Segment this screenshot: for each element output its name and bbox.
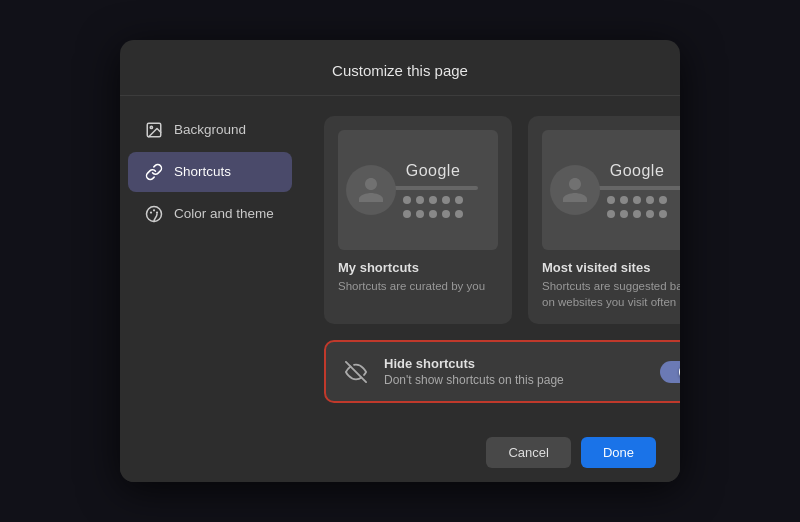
dot xyxy=(620,210,628,218)
dot xyxy=(455,196,463,204)
dot xyxy=(633,196,641,204)
dialog-body: Background Shortcuts xyxy=(120,96,680,423)
svg-point-4 xyxy=(153,209,155,211)
dot xyxy=(646,210,654,218)
option-label-my-shortcuts: My shortcuts xyxy=(338,260,498,275)
sidebar-item-shortcuts[interactable]: Shortcuts xyxy=(128,152,292,192)
dot xyxy=(607,196,615,204)
hide-shortcuts-description: Don't show shortcuts on this page xyxy=(384,373,646,387)
svg-point-1 xyxy=(150,126,152,128)
option-card-my-shortcuts[interactable]: Google xyxy=(324,116,512,324)
preview-bar-left xyxy=(388,186,478,190)
dot xyxy=(442,210,450,218)
dot xyxy=(659,196,667,204)
dot xyxy=(429,210,437,218)
image-icon xyxy=(144,120,164,140)
done-button[interactable]: Done xyxy=(581,437,656,468)
sidebar-item-label-color-and-theme: Color and theme xyxy=(174,206,274,221)
hide-shortcuts-toggle[interactable] xyxy=(660,361,680,383)
dialog-title: Customize this page xyxy=(120,40,680,96)
sidebar-item-background[interactable]: Background xyxy=(128,110,292,150)
palette-icon xyxy=(144,204,164,224)
dialog-footer: Cancel Done xyxy=(120,423,680,482)
dot xyxy=(607,210,615,218)
google-text-right: Google xyxy=(610,162,665,180)
main-content: Google xyxy=(300,96,680,423)
dots-row-3 xyxy=(607,196,667,204)
option-desc-my-shortcuts: Shortcuts are curated by you xyxy=(338,278,498,294)
sidebar-item-color-and-theme[interactable]: Color and theme xyxy=(128,194,292,234)
dot xyxy=(646,196,654,204)
sidebar: Background Shortcuts xyxy=(120,96,300,423)
hide-shortcuts-icon xyxy=(342,358,370,386)
dots-row-4 xyxy=(607,210,667,218)
toggle-thumb xyxy=(679,364,680,380)
option-desc-most-visited: Shortcuts are suggested based on website… xyxy=(542,278,680,310)
svg-point-3 xyxy=(150,211,152,213)
dot xyxy=(416,196,424,204)
option-preview-most-visited: Google xyxy=(542,130,680,250)
preview-bar-right xyxy=(592,186,680,190)
cancel-button[interactable]: Cancel xyxy=(486,437,570,468)
option-card-most-visited[interactable]: Google xyxy=(528,116,680,324)
dot xyxy=(442,196,450,204)
link-icon xyxy=(144,162,164,182)
dialog: Customize this page Background xyxy=(120,40,680,482)
dot xyxy=(429,196,437,204)
hide-shortcuts-box[interactable]: Hide shortcuts Don't show shortcuts on t… xyxy=(324,340,680,403)
dot xyxy=(403,210,411,218)
sidebar-item-label-background: Background xyxy=(174,122,246,137)
hide-shortcuts-title: Hide shortcuts xyxy=(384,356,646,371)
option-label-most-visited: Most visited sites xyxy=(542,260,680,275)
dot xyxy=(403,196,411,204)
dot xyxy=(416,210,424,218)
dot xyxy=(659,210,667,218)
hide-shortcuts-text: Hide shortcuts Don't show shortcuts on t… xyxy=(384,356,646,387)
dots-row-1 xyxy=(403,196,463,204)
dot xyxy=(620,196,628,204)
dot xyxy=(633,210,641,218)
avatar-left xyxy=(346,165,396,215)
options-row: Google xyxy=(324,116,680,324)
dots-row-2 xyxy=(403,210,463,218)
dot xyxy=(455,210,463,218)
option-preview-my-shortcuts: Google xyxy=(338,130,498,250)
google-text-left: Google xyxy=(406,162,461,180)
sidebar-item-label-shortcuts: Shortcuts xyxy=(174,164,231,179)
avatar-right xyxy=(550,165,600,215)
